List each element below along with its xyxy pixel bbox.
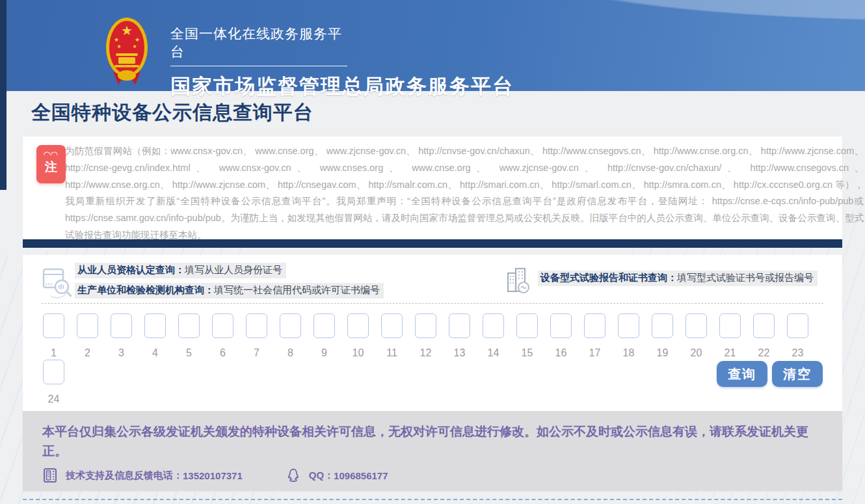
code-box-13[interactable] xyxy=(449,313,470,338)
code-cell: 10 xyxy=(347,313,369,359)
national-emblem-icon: ★ ★ ★ ★ ★ xyxy=(105,17,148,85)
code-box-21[interactable] xyxy=(719,313,741,338)
hint-unit-label: 生产单位和检验检测机构查询： xyxy=(77,284,214,295)
code-input-row-1: 1234567891011121314151617181920212223 xyxy=(43,313,808,359)
hint-personnel-value: 填写从业人员身份证号 xyxy=(185,264,282,275)
code-box-label-15: 15 xyxy=(522,347,533,359)
code-box-label-20: 20 xyxy=(691,347,702,359)
left-accent-strip xyxy=(0,0,7,190)
svg-text:★: ★ xyxy=(116,44,121,49)
code-cell: 22 xyxy=(753,313,775,359)
code-box-label-12: 12 xyxy=(420,347,432,359)
code-box-18[interactable] xyxy=(618,313,639,338)
code-cell: 11 xyxy=(381,313,403,359)
code-box-17[interactable] xyxy=(584,313,606,338)
notice-text: 为防范假冒网站（例如：www.cnsx-gov.cn、 www.cnse.org… xyxy=(65,143,864,244)
code-box-label-16: 16 xyxy=(555,347,567,359)
code-cell: 24 xyxy=(43,360,64,405)
code-box-20[interactable] xyxy=(685,313,707,338)
code-cell: 14 xyxy=(483,313,504,359)
dashed-separator xyxy=(42,303,823,304)
svg-text:★: ★ xyxy=(114,36,119,43)
code-cell: 8 xyxy=(280,313,301,359)
code-box-23[interactable] xyxy=(787,313,808,338)
notice-badge-icon: ◠◠ 注 xyxy=(36,145,66,183)
hint-equipment-label: 设备型式试验报告和证书查询： xyxy=(540,272,677,283)
code-box-7[interactable] xyxy=(246,313,267,338)
phone-contact: 技术支持及信息反馈电话： 13520107371 xyxy=(42,468,243,483)
hint-equipment: 设备型式试验报告和证书查询：填写型式试验证书号或报告编号 xyxy=(538,271,818,286)
svg-text:★: ★ xyxy=(121,23,133,38)
code-cell: 21 xyxy=(719,313,741,359)
hint-unit-value: 填写统一社会信用代码或许可证书编号 xyxy=(214,284,380,295)
code-cell: 6 xyxy=(212,313,233,359)
phone-number: 13520107371 xyxy=(183,470,243,481)
code-box-8[interactable] xyxy=(280,313,301,338)
code-box-label-10: 10 xyxy=(353,347,364,359)
code-box-label-8: 8 xyxy=(287,347,293,359)
code-cell: 9 xyxy=(313,313,335,359)
search-button[interactable]: 查询 xyxy=(717,361,767,387)
code-cell: 23 xyxy=(787,313,808,359)
code-box-15[interactable] xyxy=(516,313,538,338)
code-box-label-14: 14 xyxy=(488,347,499,359)
qq-penguin-icon xyxy=(286,468,301,483)
header-subtitle: 全国一体化在线政务服务平台 xyxy=(170,25,347,66)
code-box-1[interactable] xyxy=(43,313,64,338)
code-box-label-4: 4 xyxy=(152,347,158,359)
code-box-22[interactable] xyxy=(753,313,775,338)
header-title: 国家市场监督管理总局政务服务平台 xyxy=(170,73,514,100)
disclaimer-text: 本平台仅归集公示各级发证机关颁发的特种设备相关许可信息，无权对许可信息进行修改。… xyxy=(42,422,823,461)
code-cell: 15 xyxy=(516,313,538,359)
code-box-5[interactable] xyxy=(178,313,200,338)
query-card: 从业人员资格认定查询：填写从业人员身份证号 生产单位和检验检测机构查询：填写统一… xyxy=(23,255,842,491)
hint-unit: 生产单位和检验检测机构查询：填写统一社会信用代码或许可证书编号 xyxy=(75,283,384,298)
code-box-2[interactable] xyxy=(77,313,98,338)
code-cell: 19 xyxy=(652,313,673,359)
code-box-24[interactable] xyxy=(43,360,64,384)
code-box-10[interactable] xyxy=(347,313,369,338)
phone-label: 技术支持及信息反馈电话： xyxy=(66,470,183,482)
site-header: ★ ★ ★ ★ ★ 全国一体化在线政务服务平台 国家市场监督管理总局政务服务平台 xyxy=(0,0,865,91)
code-box-label-19: 19 xyxy=(657,347,669,359)
clear-button[interactable]: 清空 xyxy=(772,361,823,387)
code-box-3[interactable] xyxy=(111,313,132,338)
document-search-icon xyxy=(42,267,75,298)
card-footer: 本平台仅归集公示各级发证机关颁发的特种设备相关许可信息，无权对许可信息进行修改。… xyxy=(23,411,842,491)
code-cell: 12 xyxy=(415,313,436,359)
code-box-label-7: 7 xyxy=(254,347,260,359)
code-box-label-17: 17 xyxy=(589,347,601,359)
hint-personnel: 从业人员资格认定查询：填写从业人员身份证号 xyxy=(75,263,286,278)
code-box-label-2: 2 xyxy=(85,347,90,359)
code-box-19[interactable] xyxy=(652,313,673,338)
qq-number: 1096856177 xyxy=(334,470,388,481)
code-box-14[interactable] xyxy=(483,313,504,338)
code-cell: 18 xyxy=(618,313,639,359)
code-box-label-23: 23 xyxy=(792,347,804,359)
hint-equipment-value: 填写型式试验证书号或报告编号 xyxy=(677,272,814,283)
code-box-label-24: 24 xyxy=(48,393,60,405)
code-box-label-3: 3 xyxy=(118,347,124,359)
qq-label: QQ： xyxy=(309,470,334,482)
code-box-6[interactable] xyxy=(212,313,233,338)
svg-text:★: ★ xyxy=(135,36,140,43)
code-cell: 2 xyxy=(77,313,98,359)
divider-bar xyxy=(23,239,842,248)
page-title: 全国特种设备公示信息查询平台 xyxy=(31,99,313,126)
code-box-label-1: 1 xyxy=(51,347,57,359)
code-box-9[interactable] xyxy=(313,313,335,338)
code-box-4[interactable] xyxy=(144,313,166,338)
code-box-11[interactable] xyxy=(381,313,403,338)
code-cell: 16 xyxy=(550,313,572,359)
anti-fake-notice-card: ◠◠ 注 为防范假冒网站（例如：www.cnsx-gov.cn、 www.cns… xyxy=(23,137,842,239)
code-box-label-21: 21 xyxy=(725,347,736,359)
code-box-label-5: 5 xyxy=(186,347,192,359)
svg-text:★: ★ xyxy=(132,44,137,49)
code-cell: 17 xyxy=(584,313,606,359)
code-box-16[interactable] xyxy=(550,313,572,338)
bottom-dashed-line xyxy=(23,499,842,500)
code-box-12[interactable] xyxy=(415,313,436,338)
code-box-label-6: 6 xyxy=(220,347,226,359)
code-cell: 4 xyxy=(144,313,166,359)
code-cell: 5 xyxy=(178,313,200,359)
